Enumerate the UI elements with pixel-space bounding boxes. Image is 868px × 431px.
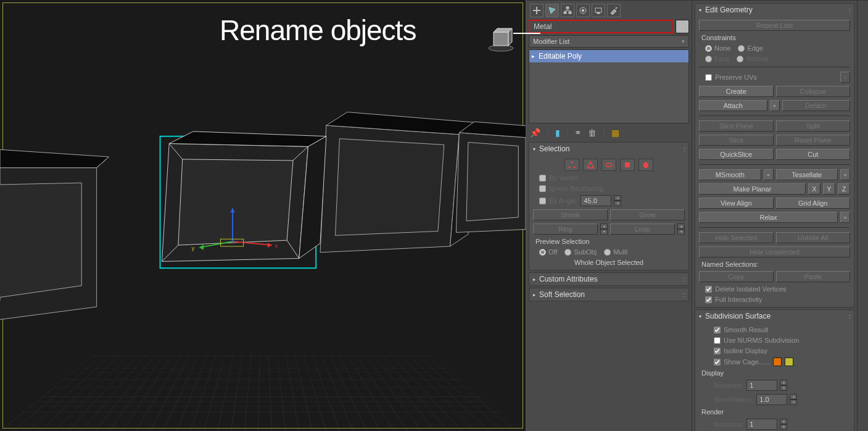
nurms-check[interactable]: [714, 337, 721, 344]
remove-modifier-icon[interactable]: 🗑: [588, 128, 597, 138]
border-mode[interactable]: [601, 159, 616, 171]
grow-button: Grow: [610, 209, 685, 220]
detach-button: Detach: [782, 100, 851, 111]
constraints-label: Constraints: [699, 34, 850, 41]
modifier-stack[interactable]: Editable Poly: [529, 49, 689, 123]
svg-rect-39: [595, 8, 601, 12]
edit-geometry-rollout: Edit Geometry:::: Repeat Last Constraint…: [695, 3, 854, 308]
svg-marker-14: [169, 132, 326, 146]
preview-subobj-radio: SubObj: [564, 248, 597, 256]
viewport[interactable]: x y Rename objects: [0, 0, 526, 431]
object-color-swatch[interactable]: [676, 20, 689, 33]
cage-color-1[interactable]: [773, 358, 782, 366]
svg-point-42: [574, 167, 576, 169]
constraint-face: Face: [705, 55, 729, 62]
smooth-result-check[interactable]: [714, 327, 721, 333]
motion-tab[interactable]: [576, 4, 590, 17]
msmooth-settings[interactable]: ▫: [764, 169, 774, 180]
modifier-list-label: Modifier List: [533, 38, 569, 45]
hide-selected-button: Hide Selected: [699, 232, 774, 243]
annotation-text: Rename objects: [220, 14, 416, 47]
view-align-button[interactable]: View Align: [699, 198, 774, 209]
modifier-list-dropdown[interactable]: Modifier List: [529, 35, 689, 48]
soft-selection-header[interactable]: Soft Selection::::: [529, 288, 688, 301]
loop-button: Loop: [610, 224, 675, 235]
cut-button[interactable]: Cut: [776, 149, 851, 160]
create-button[interactable]: Create: [699, 86, 774, 97]
make-planar-button[interactable]: Make Planar: [699, 183, 806, 195]
vertex-mode[interactable]: [564, 159, 579, 171]
delete-iso-check[interactable]: [705, 286, 712, 293]
show-end-result-icon[interactable]: ▮: [555, 128, 560, 138]
subdiv-header[interactable]: Subdivision Surface::::: [695, 310, 854, 322]
angle-value: 45.0: [581, 195, 611, 206]
preserve-uvs-check[interactable]: [705, 74, 712, 81]
preview-multi-radio: Multi: [604, 248, 627, 256]
svg-marker-16: [178, 159, 293, 245]
by-vertex-check: By Vertex: [533, 174, 685, 182]
constraint-edge: Edge: [738, 44, 763, 52]
grid-align-button[interactable]: Grid Align: [776, 198, 851, 209]
svg-marker-11: [466, 143, 518, 221]
selection-rollout: Selection:::: By Vertex Ignore Backfacin…: [529, 142, 689, 270]
configure-sets-icon[interactable]: ▦: [611, 128, 619, 138]
show-cage-check[interactable]: [714, 359, 721, 366]
tessellate-settings[interactable]: ▫: [840, 169, 850, 180]
panel-tabs: [529, 3, 689, 18]
panel-scrollbar[interactable]: [857, 1, 868, 431]
constraint-normal: Normal: [737, 55, 767, 62]
selection-header[interactable]: Selection::::: [529, 143, 688, 155]
unhide-all-button: Unhide All: [776, 232, 851, 243]
isoline-check[interactable]: [714, 348, 721, 354]
pin-stack-icon[interactable]: 📌: [530, 128, 540, 138]
svg-marker-8: [336, 139, 444, 236]
cage-color-2[interactable]: [785, 358, 793, 366]
object-name-input[interactable]: [529, 20, 674, 33]
relax-settings[interactable]: ▫: [840, 212, 850, 223]
make-unique-icon[interactable]: ⚭: [574, 128, 582, 138]
shrink-button: Shrink: [533, 209, 608, 220]
preserve-uvs-settings: ▫: [840, 72, 850, 83]
tessellate-button[interactable]: Tessellate: [776, 169, 838, 180]
hide-unselected-button: Hide Unselected: [699, 246, 850, 257]
constraint-none[interactable]: None: [705, 44, 730, 52]
utilities-tab[interactable]: [607, 4, 621, 17]
slice-plane-button: Slice Plane: [699, 120, 774, 132]
stack-toolbar: 📌 | ▮ | ⚭ 🗑 | ▦: [529, 125, 689, 140]
polygon-mode[interactable]: [620, 159, 635, 171]
msmooth-button[interactable]: MSmooth: [699, 169, 761, 180]
svg-point-41: [569, 167, 571, 169]
attach-list-button[interactable]: ▫: [770, 100, 780, 111]
modify-tab[interactable]: [545, 4, 559, 17]
quickslice-button[interactable]: QuickSlice: [699, 149, 774, 160]
display-tab[interactable]: [592, 4, 605, 17]
planar-x-button[interactable]: X: [808, 183, 820, 195]
custom-attributes-rollout: Custom Attributes::::: [529, 272, 689, 286]
planar-z-button[interactable]: Z: [838, 183, 850, 195]
by-angle-check: By Angle: 45.0▴▾: [533, 195, 685, 206]
modifier-item[interactable]: Editable Poly: [529, 50, 688, 62]
annotation-line: [513, 33, 540, 34]
soft-selection-rollout: Soft Selection::::: [529, 288, 689, 301]
edit-geometry-panel: Edit Geometry:::: Repeat Last Constraint…: [692, 1, 857, 431]
preview-off-radio[interactable]: Off: [539, 248, 557, 256]
hierarchy-tab[interactable]: [561, 4, 574, 17]
create-tab[interactable]: [530, 4, 544, 17]
custom-attributes-header[interactable]: Custom Attributes::::: [529, 273, 688, 285]
full-interactivity-check[interactable]: [705, 296, 712, 303]
relax-button[interactable]: Relax: [699, 212, 838, 223]
cube-icon: [486, 25, 516, 52]
smooth-value: 1.0: [756, 394, 787, 405]
attach-button[interactable]: Attach: [699, 100, 767, 111]
edge-mode[interactable]: [583, 159, 598, 171]
svg-text:y: y: [191, 245, 194, 251]
command-panel: Modifier List Editable Poly 📌 | ▮ | ⚭ 🗑 …: [526, 0, 868, 431]
planar-y-button[interactable]: Y: [823, 183, 835, 195]
scene: x y: [0, 0, 526, 431]
split-button: Split: [776, 120, 851, 132]
edit-geometry-header[interactable]: Edit Geometry::::: [695, 4, 854, 16]
svg-marker-1: [0, 149, 109, 167]
modify-panel: Modifier List Editable Poly 📌 | ▮ | ⚭ 🗑 …: [526, 1, 692, 431]
element-mode[interactable]: [639, 159, 653, 171]
display-label: Display: [699, 369, 850, 377]
